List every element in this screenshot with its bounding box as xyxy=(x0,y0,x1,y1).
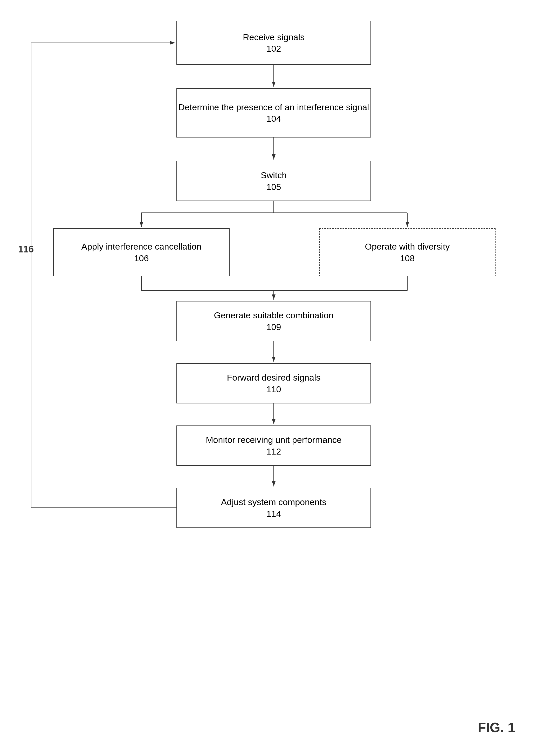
box-108-line2: 108 xyxy=(400,252,415,264)
box-110-line1: Forward desired signals xyxy=(227,372,321,383)
box-operate-with-diversity: Operate with diversity 108 xyxy=(319,228,495,276)
box-108-line1: Operate with diversity xyxy=(365,241,450,252)
box-adjust-system-components: Adjust system components 114 xyxy=(177,488,371,528)
box-determine-interference: Determine the presence of an interferenc… xyxy=(177,88,371,138)
box-102-line1: Receive signals xyxy=(243,31,305,43)
box-112-line1: Monitor receiving unit performance xyxy=(206,434,341,445)
box-102-line2: 102 xyxy=(266,43,281,54)
diagram-container: Receive signals 102 Determine the presen… xyxy=(16,10,519,685)
box-106-line2: 106 xyxy=(134,252,149,264)
box-104-line2: 104 xyxy=(266,113,281,124)
box-105-line2: 105 xyxy=(266,181,281,192)
box-112-line2: 112 xyxy=(266,446,281,457)
box-109-line2: 109 xyxy=(266,321,281,333)
figure-label: FIG. 1 xyxy=(478,720,515,735)
box-apply-interference-cancellation: Apply interference cancellation 106 xyxy=(53,228,230,276)
box-switch: Switch 105 xyxy=(177,161,371,201)
box-109-line1: Generate suitable combination xyxy=(214,310,333,321)
label-116: 116 xyxy=(18,244,34,255)
box-110-line2: 110 xyxy=(266,383,281,395)
box-104-line1: Determine the presence of an interferenc… xyxy=(178,101,369,113)
box-114-line1: Adjust system components xyxy=(221,496,326,508)
box-114-line2: 114 xyxy=(266,508,281,519)
box-106-line1: Apply interference cancellation xyxy=(81,241,201,252)
box-forward-desired-signals: Forward desired signals 110 xyxy=(177,363,371,404)
box-105-line1: Switch xyxy=(261,169,287,181)
box-receive-signals: Receive signals 102 xyxy=(177,21,371,65)
box-monitor-receiving-unit: Monitor receiving unit performance 112 xyxy=(177,425,371,466)
box-generate-suitable-combination: Generate suitable combination 109 xyxy=(177,301,371,341)
